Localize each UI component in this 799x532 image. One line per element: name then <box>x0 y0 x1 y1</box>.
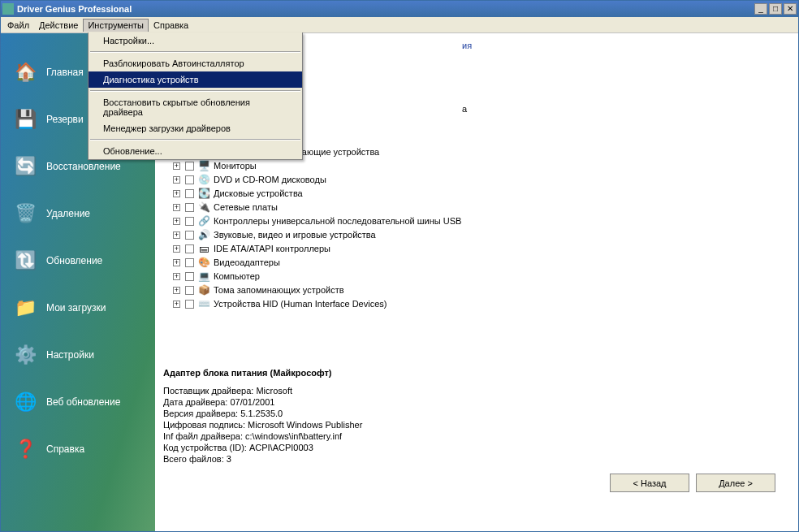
menu-bar: Файл Действие Инструменты Справка <box>1 17 798 33</box>
detail-line-0: Поставщик драйвера: Microsoft <box>163 386 785 396</box>
sidebar-item-3[interactable]: 🗑️Удаление <box>1 196 155 231</box>
details-title: Адаптер блока питания (Майкрософт) <box>163 368 785 378</box>
sidebar-icon: 📁 <box>12 295 38 321</box>
tree-row[interactable]: +🔗Контроллеры универсальной последовател… <box>173 214 785 227</box>
tree-label: Дисковые устройства <box>214 188 303 198</box>
sidebar-label: Мои загрузки <box>46 302 106 314</box>
detail-line-2: Версия драйвера: 5.1.2535.0 <box>163 409 785 418</box>
expand-icon[interactable]: + <box>173 287 180 294</box>
detail-line-6: Всего файлов: 3 <box>163 454 785 464</box>
sidebar-label: Восстановление <box>46 161 121 172</box>
expand-icon[interactable]: + <box>173 259 180 266</box>
device-icon: 💿 <box>197 173 210 186</box>
checkbox[interactable] <box>185 300 194 309</box>
dropdown-item-6[interactable]: Менеджер загрузки драйверов <box>89 120 302 136</box>
checkbox[interactable] <box>185 175 194 184</box>
tree-row[interactable]: +🔌Сетевые платы <box>173 201 785 214</box>
dropdown-item-8[interactable]: Обновление... <box>89 143 302 159</box>
maximize-button[interactable]: □ <box>769 3 782 15</box>
tree-label: IDE ATA/ATAPI контроллеры <box>214 244 330 253</box>
device-icon: 🔊 <box>197 228 210 241</box>
sidebar-label: Удаление <box>46 208 90 219</box>
detail-line-1: Дата драйвера: 07/01/2001 <box>163 397 785 407</box>
tree-label: Устройства HID (Human Interface Devices) <box>214 299 387 309</box>
checkbox[interactable] <box>185 231 194 240</box>
dropdown-separator <box>90 51 300 53</box>
expand-icon[interactable]: + <box>173 245 180 253</box>
wizard-footer: < Назад Далее > <box>155 465 785 500</box>
tree-label: DVD и CD-ROM дисководы <box>214 175 326 184</box>
checkbox[interactable] <box>185 162 194 171</box>
tree-row[interactable]: +💽Дисковые устройства <box>173 187 785 200</box>
sidebar-item-5[interactable]: 📁Мои загрузки <box>1 290 155 326</box>
device-icon: 💽 <box>197 187 210 200</box>
expand-icon[interactable]: + <box>173 231 180 239</box>
tree-label: Звуковые, видео и игровые устройства <box>214 230 376 240</box>
tree-row[interactable]: +💿DVD и CD-ROM дисководы <box>173 173 785 186</box>
driver-details: Адаптер блока питания (Майкрософт) Поста… <box>163 368 785 465</box>
minimize-button[interactable]: _ <box>754 3 767 15</box>
expand-icon[interactable]: + <box>173 162 180 170</box>
sidebar-label: Настройки <box>46 349 94 361</box>
next-button[interactable]: Далее > <box>696 474 775 492</box>
sidebar-icon: 🌐 <box>12 389 38 415</box>
tree-label: Мониторы <box>214 161 257 171</box>
checkbox[interactable] <box>185 272 194 281</box>
sidebar-label: Главная <box>46 67 84 78</box>
expand-icon[interactable]: + <box>173 273 180 280</box>
checkbox[interactable] <box>185 286 194 295</box>
expand-icon[interactable]: + <box>173 218 180 225</box>
menu-help[interactable]: Справка <box>149 19 193 32</box>
detail-line-5: Код устройства (ID): ACPI\ACPI0003 <box>163 443 785 452</box>
detail-line-3: Цифровая подпись: Microsoft Windows Publ… <box>163 420 785 430</box>
sidebar-icon: ⚙️ <box>12 342 38 368</box>
sidebar-icon: ❓ <box>12 436 38 462</box>
tree-row[interactable]: +🔊Звуковые, видео и игровые устройства <box>173 228 785 241</box>
dropdown-item-0[interactable]: Настройки... <box>89 32 302 49</box>
checkbox[interactable] <box>185 189 194 198</box>
close-button[interactable]: ✕ <box>784 3 797 15</box>
sidebar-item-7[interactable]: 🌐Веб обновление <box>1 384 155 420</box>
sidebar-label: Веб обновление <box>46 396 120 408</box>
menu-file[interactable]: Файл <box>2 19 34 32</box>
partial-text-mid: а <box>462 104 467 114</box>
checkbox[interactable] <box>185 217 194 226</box>
device-icon: 🖥️ <box>197 159 210 172</box>
expand-icon[interactable]: + <box>173 204 180 211</box>
sidebar-item-8[interactable]: ❓Справка <box>1 431 155 467</box>
checkbox[interactable] <box>185 203 194 212</box>
tree-label: Контроллеры универсальной последовательн… <box>214 216 461 226</box>
sidebar-icon: 🔃 <box>12 248 38 274</box>
sidebar-icon: 🗑️ <box>12 201 38 227</box>
expand-icon[interactable]: + <box>173 301 180 308</box>
dropdown-separator <box>90 90 300 92</box>
app-icon <box>2 3 14 15</box>
tree-row[interactable]: +🖴IDE ATA/ATAPI контроллеры <box>173 242 785 255</box>
expand-icon[interactable]: + <box>173 176 180 184</box>
titlebar: Driver Genius Professional _ □ ✕ <box>1 1 798 17</box>
dropdown-item-3[interactable]: Диагностика устройств <box>89 71 302 88</box>
tree-row[interactable]: +🖥️Мониторы <box>173 159 785 172</box>
tree-row[interactable]: +🎨Видеоадаптеры <box>173 256 785 269</box>
sidebar-item-4[interactable]: 🔃Обновление <box>1 243 155 279</box>
checkbox[interactable] <box>185 258 194 267</box>
sidebar-label: Справка <box>46 443 84 455</box>
device-icon: 💻 <box>197 270 210 283</box>
device-icon: 📦 <box>197 283 210 296</box>
tree-row[interactable]: +💻Компьютер <box>173 270 785 283</box>
dropdown-item-2[interactable]: Разблокировать Автоинсталлятор <box>89 55 302 71</box>
device-icon: ⌨️ <box>197 297 210 310</box>
tree-row[interactable]: +📦Тома запоминающих устройств <box>173 283 785 296</box>
device-icon: 🔌 <box>197 201 210 214</box>
menu-tools[interactable]: Инструменты <box>83 19 149 32</box>
expand-icon[interactable]: + <box>173 190 180 197</box>
device-icon: 🖴 <box>197 242 210 255</box>
tree-row[interactable]: +⌨️Устройства HID (Human Interface Devic… <box>173 297 785 310</box>
sidebar-item-6[interactable]: ⚙️Настройки <box>1 337 155 373</box>
dropdown-item-5[interactable]: Восстановить скрытые обновления драйвера <box>89 94 302 120</box>
back-button[interactable]: < Назад <box>610 474 689 492</box>
menu-action[interactable]: Действие <box>34 19 83 32</box>
tree-label: Компьютер <box>214 271 260 281</box>
checkbox[interactable] <box>185 244 194 253</box>
device-icon: 🎨 <box>197 256 210 269</box>
